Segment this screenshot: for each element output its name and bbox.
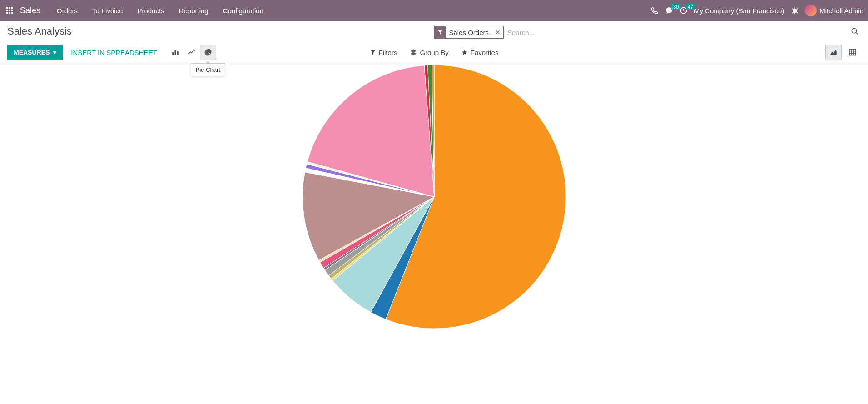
svg-rect-7 <box>9 12 10 14</box>
favorites-button[interactable]: Favorites <box>461 49 499 56</box>
svg-rect-2 <box>11 7 13 9</box>
svg-rect-5 <box>11 10 13 11</box>
search-facet: Sales Orders ✕ <box>434 26 504 39</box>
activities-icon[interactable]: 47 <box>680 6 688 15</box>
chart-type-group: Pie Chart <box>167 45 216 60</box>
pivot-view-button[interactable] <box>844 45 861 60</box>
apps-icon[interactable] <box>5 5 15 15</box>
svg-rect-4 <box>9 10 10 11</box>
debug-icon[interactable] <box>790 6 799 15</box>
nav-products[interactable]: Products <box>131 7 170 15</box>
chart-area <box>0 65 868 338</box>
measures-label: MEASURES <box>14 49 50 56</box>
search-icon[interactable] <box>849 25 861 39</box>
control-panel: Sales Analysis Sales Orders ✕ MEASURES ▾… <box>0 21 868 65</box>
svg-rect-11 <box>172 52 174 55</box>
navbar-right: 30 47 My Company (San Francisco) Mitchel… <box>650 5 863 16</box>
company-selector[interactable]: My Company (San Francisco) <box>694 7 784 15</box>
groupby-button[interactable]: Group By <box>410 49 448 56</box>
svg-rect-6 <box>6 12 8 14</box>
graph-view-button[interactable] <box>825 45 842 60</box>
app-brand[interactable]: Sales <box>20 6 40 15</box>
groupby-label: Group By <box>420 49 448 56</box>
phone-icon[interactable] <box>650 6 659 15</box>
nav-configuration[interactable]: Configuration <box>217 7 270 15</box>
svg-rect-3 <box>6 10 8 11</box>
facet-label: Sales Orders <box>446 29 493 36</box>
measures-button[interactable]: MEASURES ▾ <box>7 45 63 60</box>
page-title: Sales Analysis <box>7 25 434 37</box>
user-name: Mitchell Admin <box>819 7 863 15</box>
pie-chart-tooltip: Pie Chart <box>191 63 225 76</box>
svg-rect-8 <box>11 12 13 14</box>
caret-down-icon: ▾ <box>53 49 56 56</box>
pie-chart[interactable] <box>298 60 570 333</box>
nav-reporting[interactable]: Reporting <box>173 7 215 15</box>
navbar-left: Sales Orders To Invoice Products Reporti… <box>5 5 270 15</box>
pie-chart-button[interactable]: Pie Chart <box>200 45 216 60</box>
svg-point-10 <box>852 28 857 33</box>
avatar <box>805 5 817 16</box>
nav-orders[interactable]: Orders <box>50 7 84 15</box>
activities-badge: 47 <box>686 4 695 10</box>
search-input[interactable] <box>506 27 849 38</box>
svg-rect-12 <box>174 50 176 55</box>
insert-spreadsheet-button[interactable]: INSERT IN SPREADSHEET <box>71 49 157 56</box>
svg-rect-14 <box>849 49 856 55</box>
svg-rect-0 <box>6 7 8 9</box>
facet-close-icon[interactable]: ✕ <box>492 29 503 36</box>
top-navbar: Sales Orders To Invoice Products Reporti… <box>0 0 868 21</box>
svg-rect-13 <box>177 51 179 55</box>
filters-label: Filters <box>379 49 397 56</box>
filters-button[interactable]: Filters <box>370 49 397 56</box>
messages-icon[interactable]: 30 <box>665 6 673 15</box>
filter-group: Filters Group By Favorites <box>370 49 499 56</box>
bar-chart-button[interactable] <box>167 45 184 60</box>
favorites-label: Favorites <box>471 49 499 56</box>
view-switcher <box>825 45 861 60</box>
cp-top: Sales Analysis Sales Orders ✕ <box>7 25 861 39</box>
user-menu[interactable]: Mitchell Admin <box>805 5 863 16</box>
filter-icon <box>435 26 446 38</box>
nav-to-invoice[interactable]: To Invoice <box>86 7 129 15</box>
line-chart-button[interactable] <box>184 45 200 60</box>
search-bar[interactable]: Sales Orders ✕ <box>434 25 861 39</box>
svg-rect-1 <box>9 7 10 9</box>
